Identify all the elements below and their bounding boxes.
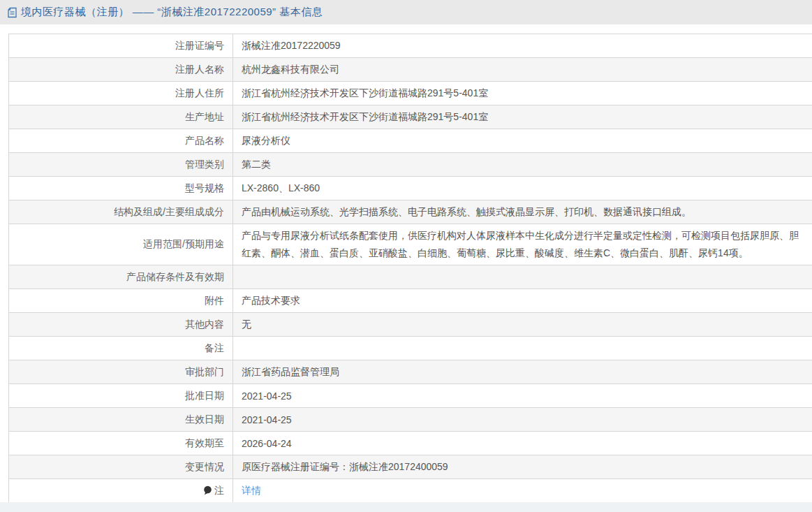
row-label: 审批部门: [9, 360, 233, 384]
row-label: 附件: [9, 289, 233, 313]
table-row: 型号规格LX-2860、LX-860: [9, 177, 812, 200]
info-table: 注册证编号浙械注准20172220059注册人名称杭州龙鑫科技有限公司注册人住所…: [8, 34, 812, 503]
row-label: 型号规格: [9, 177, 233, 200]
table-row: 适用范围/预期用途产品与专用尿液分析试纸条配套使用，供医疗机构对人体尿液样本中生…: [9, 224, 812, 265]
details-link[interactable]: 详情: [242, 485, 261, 496]
row-value: 2021-04-25: [233, 384, 812, 408]
page-background: [0, 502, 812, 512]
row-label: 变更情况: [9, 455, 233, 479]
table-row: 注册证编号浙械注准20172220059: [9, 34, 812, 58]
row-value: 详情: [233, 479, 812, 503]
table-row: 备注: [9, 337, 812, 360]
row-value: 浙江省杭州经济技术开发区下沙街道福城路291号5-401室: [233, 82, 812, 105]
row-value: 产品由机械运动系统、光学扫描系统、电子电路系统、触摸式液晶显示屏、打印机、数据通…: [233, 200, 812, 224]
table-row: 审批部门浙江省药品监督管理局: [9, 360, 812, 384]
row-label: 结构及组成/主要组成成分: [9, 200, 233, 224]
row-label: 备注: [9, 337, 233, 360]
table-row: 管理类别第二类: [9, 153, 812, 177]
row-value: 产品技术要求: [233, 289, 812, 313]
document-icon: [7, 7, 17, 18]
row-value: 2021-04-25: [233, 408, 812, 432]
row-value: 浙械注准20172220059: [233, 34, 812, 58]
row-label: 有效期至: [9, 432, 233, 455]
page-header: 境内医疗器械（注册） —— “浙械注准20172220059” 基本信息: [0, 0, 812, 24]
row-label: 其他内容: [9, 313, 233, 337]
table-row: 注册人名称杭州龙鑫科技有限公司: [9, 58, 812, 82]
table-row: 变更情况原医疗器械注册证编号：浙械注准20172400059: [9, 455, 812, 479]
row-label: 注册证编号: [9, 34, 233, 58]
page-title: 境内医疗器械（注册） —— “浙械注准20172220059” 基本信息: [21, 6, 323, 19]
table-row: 批准日期2021-04-25: [9, 384, 812, 408]
table-row: 注详情: [9, 479, 812, 503]
info-table-body: 注册证编号浙械注准20172220059注册人名称杭州龙鑫科技有限公司注册人住所…: [9, 34, 812, 503]
table-row: 附件产品技术要求: [9, 289, 812, 313]
row-label: 注册人住所: [9, 82, 233, 105]
table-row: 生产地址浙江省杭州经济技术开发区下沙街道福城路291号5-401室: [9, 105, 812, 129]
row-value: 尿液分析仪: [233, 129, 812, 153]
row-value: 杭州龙鑫科技有限公司: [233, 58, 812, 82]
row-value: 浙江省杭州经济技术开发区下沙街道福城路291号5-401室: [233, 105, 812, 129]
table-row: 生效日期2021-04-25: [9, 408, 812, 432]
row-label: 适用范围/预期用途: [9, 224, 233, 265]
row-label: 生产地址: [9, 105, 233, 129]
row-label: 注: [9, 479, 233, 503]
table-row: 注册人住所浙江省杭州经济技术开发区下沙街道福城路291号5-401室: [9, 82, 812, 105]
row-label: 批准日期: [9, 384, 233, 408]
row-label: 管理类别: [9, 153, 233, 177]
row-value: LX-2860、LX-860: [233, 177, 812, 200]
table-row: 结构及组成/主要组成成分产品由机械运动系统、光学扫描系统、电子电路系统、触摸式液…: [9, 200, 812, 224]
table-row: 产品储存条件及有效期: [9, 265, 812, 289]
row-value: [233, 337, 812, 360]
row-label: 产品储存条件及有效期: [9, 265, 233, 289]
row-value: 无: [233, 313, 812, 337]
row-value: 原医疗器械注册证编号：浙械注准20172400059: [233, 455, 812, 479]
info-table-wrap: 注册证编号浙械注准20172220059注册人名称杭州龙鑫科技有限公司注册人住所…: [0, 24, 812, 503]
row-label: 产品名称: [9, 129, 233, 153]
table-row: 产品名称尿液分析仪: [9, 129, 812, 153]
row-value: 浙江省药品监督管理局: [233, 360, 812, 384]
table-row: 有效期至2026-04-24: [9, 432, 812, 455]
row-value: [233, 265, 812, 289]
row-label: 生效日期: [9, 408, 233, 432]
note-icon: [203, 485, 212, 495]
row-value: 产品与专用尿液分析试纸条配套使用，供医疗机构对人体尿液样本中生化成分进行半定量或…: [233, 224, 812, 265]
content-area: 境内医疗器械（注册） —— “浙械注准20172220059” 基本信息 注册证…: [0, 0, 812, 502]
row-label: 注册人名称: [9, 58, 233, 82]
row-value: 第二类: [233, 153, 812, 177]
row-value: 2026-04-24: [233, 432, 812, 455]
table-row: 其他内容无: [9, 313, 812, 337]
